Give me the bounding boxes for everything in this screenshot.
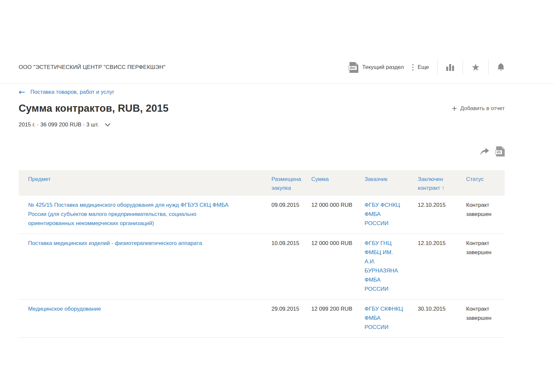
column-header-placed[interactable]: Размещена закупка [271, 175, 311, 196]
chevron-down-icon [105, 123, 110, 126]
table-row: Медицинское оборудование 29.09.2015 12 0… [19, 300, 505, 338]
page: ООО "ЭСТЕТИЧЕСКИЙ ЦЕНТР "СВИСС ПЕРФЕКШЭН… [0, 0, 554, 338]
contracted-date: 30.10.2015 [418, 304, 466, 332]
vertical-divider [463, 60, 463, 75]
bell-icon[interactable] [497, 63, 505, 72]
topbar: ООО "ЭСТЕТИЧЕСКИЙ ЦЕНТР "СВИСС ПЕРФЕКШЭН… [19, 0, 505, 75]
back-link[interactable]: ← Поставка товаров, работ и услуг [19, 89, 114, 95]
export-xls-icon[interactable]: xls [496, 146, 505, 156]
xls-icon-badge: xls [495, 150, 502, 155]
export-toolbar: xls [19, 145, 505, 157]
placed-date: 10.09.2015 [271, 239, 311, 294]
topbar-actions: doc Текущий раздел Еще ★ [350, 60, 505, 75]
title-row: Сумма контрактов, RUB, 2015 + Добавить в… [19, 103, 505, 114]
add-to-report-button[interactable]: + Добавить в отчет [452, 105, 505, 112]
company-name: ООО "ЭСТЕТИЧЕСКИЙ ЦЕНТР "СВИСС ПЕРФЕКШЭН… [19, 64, 166, 71]
vertical-divider [437, 60, 438, 75]
status-label: Контракт завершен [466, 201, 505, 228]
xls-icon-flap [502, 146, 505, 149]
doc-icon-flap [355, 62, 358, 65]
table-row: № 425/15 Поставка медицинского оборудова… [19, 196, 505, 234]
contracts-table: Предмет Размещена закупка Сумма Заказчик… [19, 170, 505, 338]
star-icon[interactable]: ★ [471, 63, 480, 72]
column-header-amount[interactable]: Сумма [311, 175, 365, 196]
contracted-date: 12.10.2015 [418, 239, 466, 294]
column-header-contracted[interactable]: Заключен контракт ↑ [418, 175, 466, 196]
bar-chart-icon[interactable] [446, 64, 454, 71]
vertical-divider [488, 60, 489, 75]
back-arrow-icon: ← [19, 89, 25, 95]
summary-toggle[interactable]: 2015 г. · 36 099 200 RUB · 3 шт. [19, 122, 110, 128]
column-header-subject[interactable]: Предмет [19, 175, 271, 196]
contracted-date: 12.10.2015 [418, 201, 466, 228]
add-to-report-label: Добавить в отчет [460, 105, 505, 112]
status-label: Контракт завершен [466, 304, 505, 332]
doc-icon: doc [350, 62, 358, 73]
more-label: Еще [417, 64, 429, 71]
customer-link[interactable]: ФГБУ ГНЦ ФМБЦ ИМ. А.И. БУРНАЗЯНА ФМБА РО… [365, 240, 398, 292]
main-content: ← Поставка товаров, работ и услуг Сумма … [19, 89, 505, 338]
current-section-button[interactable]: doc Текущий раздел [350, 62, 404, 73]
customer-link[interactable]: ФГБУ ФСНКЦ ФМБА РОССИИ [365, 202, 400, 226]
contract-subject-link[interactable]: № 425/15 Поставка медицинского оборудова… [28, 202, 229, 226]
share-icon[interactable] [480, 147, 490, 156]
doc-icon-badge: doc [349, 66, 357, 70]
contract-amount: 12 099 200 RUB [311, 304, 365, 332]
placed-date: 29.09.2015 [271, 304, 311, 332]
plus-icon: + [452, 105, 457, 112]
contract-amount: 12 000 000 RUB [311, 239, 365, 294]
column-header-contracted-label: Заключен контракт [418, 176, 443, 191]
contract-subject-link[interactable]: Медицинское оборудование [28, 306, 101, 312]
current-section-label: Текущий раздел [362, 64, 404, 71]
page-title: Сумма контрактов, RUB, 2015 [19, 103, 169, 114]
placed-date: 09.09.2015 [271, 201, 311, 228]
status-label: Контракт завершен [466, 239, 505, 294]
summary-text: 2015 г. · 36 099 200 RUB · 3 шт. [19, 122, 99, 128]
contract-subject-link[interactable]: Поставка медицинских изделий - физиотера… [28, 240, 202, 246]
sort-ascending-icon: ↑ [442, 185, 445, 191]
column-header-status[interactable]: Статус [466, 175, 505, 196]
more-button[interactable]: Еще [412, 64, 429, 71]
back-link-label: Поставка товаров, работ и услуг [30, 89, 114, 95]
table-header-row: Предмет Размещена закупка Сумма Заказчик… [19, 170, 505, 196]
customer-link[interactable]: ФГБУ СКФНКЦ ФМБА РОССИИ [365, 306, 403, 330]
kebab-menu-icon [412, 64, 414, 71]
contract-amount: 12 000 000 RUB [311, 201, 365, 228]
header-divider [0, 83, 554, 84]
table-row: Поставка медицинских изделий - физиотера… [19, 234, 505, 300]
column-header-customer[interactable]: Заказчик [365, 175, 418, 196]
